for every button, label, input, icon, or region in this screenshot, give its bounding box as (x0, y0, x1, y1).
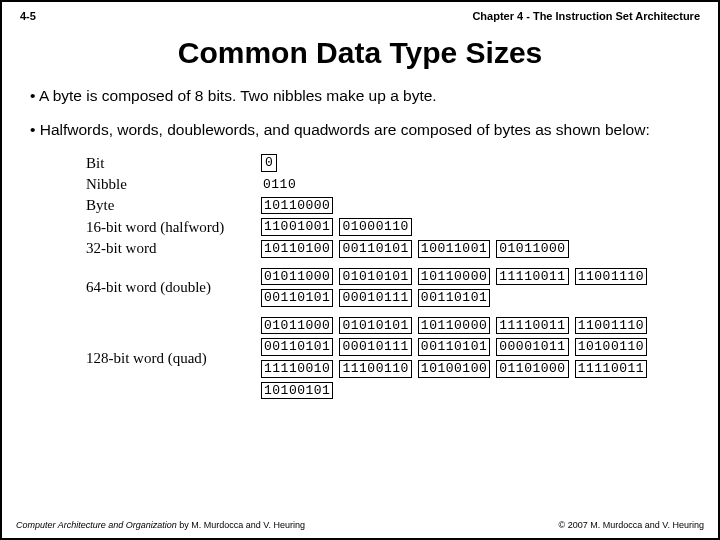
diagram-row: 32-bit word10110100001101011001100101011… (86, 240, 704, 258)
byte-cell: 01011000 (261, 317, 333, 335)
byte-cell: 10110000 (418, 268, 490, 286)
slide-frame: 4-5 Chapter 4 - The Instruction Set Arch… (0, 0, 720, 540)
byte-cell: 11001110 (575, 268, 647, 286)
byte-cell: 01000110 (339, 218, 411, 236)
diagram-row: Bit0 (86, 154, 704, 172)
byte-cell: 11110011 (496, 268, 568, 286)
byte-cell: 00110101 (261, 338, 333, 356)
byte-cell: 00010111 (339, 289, 411, 307)
byte-cell: 00110101 (418, 338, 490, 356)
diagram-values: 0101100001010101101100001111001111001110… (261, 268, 691, 307)
byte-cell: 11001110 (575, 317, 647, 335)
data-type-diagram: Bit0Nibble0110Byte1011000016-bit word (h… (86, 154, 704, 399)
diagram-values: 0101100001010101101100001111001111001110… (261, 317, 691, 399)
page-number: 4-5 (20, 10, 36, 22)
diagram-label: 16-bit word (halfword) (86, 219, 261, 236)
byte-cell: 10110000 (418, 317, 490, 335)
bullet-list: A byte is composed of 8 bits. Two nibble… (16, 86, 704, 140)
byte-cell: 11001001 (261, 218, 333, 236)
diagram-row: 16-bit word (halfword)1100100101000110 (86, 218, 704, 236)
byte-cell: 00110101 (261, 289, 333, 307)
byte-cell: 00010111 (339, 338, 411, 356)
diagram-label: 32-bit word (86, 240, 261, 257)
bullet-item: A byte is composed of 8 bits. Two nibble… (30, 86, 696, 106)
byte-cell: 11100110 (339, 360, 411, 378)
byte-cell: 00110101 (339, 240, 411, 258)
slide-header: 4-5 Chapter 4 - The Instruction Set Arch… (16, 10, 704, 22)
byte-cell: 10110100 (261, 240, 333, 258)
byte-cell: 0110 (261, 177, 298, 192)
footer-book-title: Computer Architecture and Organization (16, 520, 177, 530)
diagram-row: 128-bit word (quad)010110000101010110110… (86, 317, 704, 399)
diagram-label: Bit (86, 155, 261, 172)
chapter-label: Chapter 4 - The Instruction Set Architec… (472, 10, 700, 22)
byte-cell: 01101000 (496, 360, 568, 378)
diagram-values: 1100100101000110 (261, 218, 412, 236)
byte-cell: 01010101 (339, 268, 411, 286)
diagram-label: Nibble (86, 176, 261, 193)
footer-copyright: © 2007 M. Murdocca and V. Heuring (559, 520, 704, 530)
byte-cell: 01011000 (261, 268, 333, 286)
byte-cell: 01010101 (339, 317, 411, 335)
byte-cell: 10100101 (261, 382, 333, 400)
byte-cell: 11110011 (575, 360, 647, 378)
diagram-label: 64-bit word (double) (86, 279, 261, 296)
byte-cell: 10100100 (418, 360, 490, 378)
byte-cell: 0 (261, 154, 277, 172)
diagram-values: 10110100001101011001100101011000 (261, 240, 569, 258)
diagram-row: Byte10110000 (86, 197, 704, 215)
diagram-row: Nibble0110 (86, 176, 704, 193)
byte-cell: 10110000 (261, 197, 333, 215)
byte-cell: 11110011 (496, 317, 568, 335)
byte-cell: 01011000 (496, 240, 568, 258)
diagram-values: 10110000 (261, 197, 333, 215)
diagram-label: 128-bit word (quad) (86, 350, 261, 367)
byte-cell: 11110010 (261, 360, 333, 378)
diagram-values: 0 (261, 154, 277, 172)
byte-cell: 00110101 (418, 289, 490, 307)
slide-title: Common Data Type Sizes (16, 36, 704, 70)
footer-authors: by M. Murdocca and V. Heuring (177, 520, 305, 530)
diagram-values: 0110 (261, 177, 298, 192)
diagram-row: 64-bit word (double)01011000010101011011… (86, 268, 704, 307)
byte-cell: 10100110 (575, 338, 647, 356)
slide-footer: Computer Architecture and Organization b… (16, 520, 704, 530)
bullet-item: Halfwords, words, doublewords, and quadw… (30, 120, 696, 140)
footer-left: Computer Architecture and Organization b… (16, 520, 305, 530)
diagram-label: Byte (86, 197, 261, 214)
byte-cell: 00001011 (496, 338, 568, 356)
byte-cell: 10011001 (418, 240, 490, 258)
